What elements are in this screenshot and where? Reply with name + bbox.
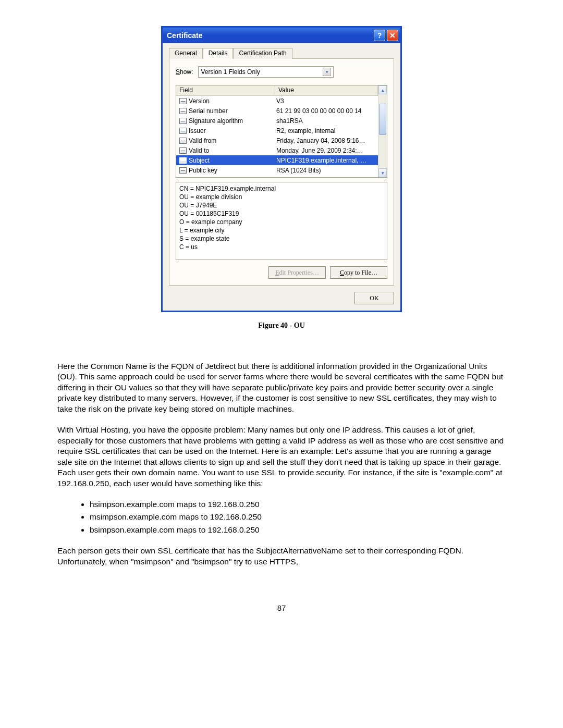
field-icon bbox=[179, 128, 187, 134]
ok-button[interactable]: OK bbox=[354, 292, 394, 304]
field-value: Monday, June 29, 2009 2:34:… bbox=[275, 147, 378, 154]
detail-textarea[interactable]: CN = NPIC1F319.example.internal OU = exa… bbox=[176, 182, 387, 260]
field-name: Serial number bbox=[189, 107, 228, 115]
field-value: NPIC1F319.example.internal, … bbox=[275, 157, 378, 164]
list-row[interactable]: IssuerR2, example, internal bbox=[176, 126, 378, 135]
list-row[interactable]: VersionV3 bbox=[176, 96, 378, 106]
list-row[interactable]: Valid toMonday, June 29, 2009 2:34:… bbox=[176, 145, 378, 155]
column-field[interactable]: Field bbox=[176, 85, 275, 95]
field-name: Valid from bbox=[189, 137, 216, 144]
show-dropdown-value: Version 1 Fields Only bbox=[201, 68, 260, 76]
column-value[interactable]: Value bbox=[275, 85, 378, 95]
field-icon bbox=[179, 157, 187, 164]
list-row[interactable]: SubjectNPIC1F319.example.internal, … bbox=[176, 155, 378, 165]
field-name: Version bbox=[189, 97, 210, 105]
scroll-down-icon[interactable]: ▾ bbox=[378, 168, 387, 177]
listbox-header: Field Value bbox=[176, 85, 378, 96]
titlebar[interactable]: Certificate ? ✕ bbox=[163, 28, 400, 43]
copy-to-file-button[interactable]: Copy to File… bbox=[330, 266, 387, 279]
bullet-list: hsimpson.example.com maps to 192.168.0.2… bbox=[90, 499, 506, 535]
tab-certification-path[interactable]: Certification Path bbox=[233, 48, 292, 59]
list-row[interactable]: Serial number61 21 99 03 00 00 00 00 00 … bbox=[176, 106, 378, 116]
scrollbar[interactable]: ▴ ▾ bbox=[378, 85, 387, 177]
help-button[interactable]: ? bbox=[374, 30, 385, 41]
list-row[interactable]: Public keyRSA (1024 Bits) bbox=[176, 165, 378, 175]
field-value: RSA (1024 Bits) bbox=[275, 167, 378, 174]
field-name: Public key bbox=[189, 167, 217, 174]
field-icon bbox=[179, 147, 187, 154]
field-name: Valid to bbox=[189, 147, 209, 154]
list-row[interactable]: Valid fromFriday, January 04, 2008 5:16… bbox=[176, 135, 378, 145]
page-number: 87 bbox=[57, 603, 506, 612]
field-icon bbox=[179, 118, 187, 124]
edit-properties-button: Edit Properties… bbox=[268, 266, 326, 279]
list-item: msimpson.example.com maps to 192.168.0.2… bbox=[90, 512, 506, 522]
field-value: Friday, January 04, 2008 5:16… bbox=[275, 137, 378, 144]
list-item: bsimpson.example.com maps to 192.168.0.2… bbox=[90, 525, 506, 535]
field-icon bbox=[179, 167, 187, 174]
tab-bar: General Details Certification Path bbox=[169, 47, 394, 59]
field-value: 61 21 99 03 00 00 00 00 00 14 bbox=[275, 107, 378, 115]
fields-listbox[interactable]: Field Value VersionV3Serial number61 21 … bbox=[176, 85, 387, 178]
window-title: Certificate bbox=[167, 31, 372, 40]
list-row[interactable]: Signature algorithmsha1RSA bbox=[176, 116, 378, 126]
show-label: Show: bbox=[176, 68, 193, 76]
show-dropdown[interactable]: Version 1 Fields Only ▾ bbox=[198, 66, 334, 78]
certificate-dialog: Certificate ? ✕ General Details Certific… bbox=[161, 26, 402, 312]
details-panel: Show: Version 1 Fields Only ▾ Field Valu… bbox=[169, 59, 394, 286]
field-icon bbox=[179, 138, 187, 144]
field-icon bbox=[179, 108, 187, 114]
paragraph: With Virtual Hosting, you have the oppos… bbox=[57, 425, 506, 489]
close-button[interactable]: ✕ bbox=[387, 30, 398, 41]
figure-caption: Figure 40 - OU bbox=[57, 322, 506, 330]
field-value: R2, example, internal bbox=[275, 127, 378, 134]
paragraph: Here the Common Name is the FQDN of Jetd… bbox=[57, 361, 506, 414]
list-item: hsimpson.example.com maps to 192.168.0.2… bbox=[90, 499, 506, 510]
field-icon bbox=[179, 98, 187, 104]
tab-general[interactable]: General bbox=[169, 48, 203, 59]
tab-details[interactable]: Details bbox=[203, 48, 234, 59]
chevron-down-icon: ▾ bbox=[323, 68, 331, 76]
document-body: Here the Common Name is the FQDN of Jetd… bbox=[57, 361, 506, 567]
field-name: Subject bbox=[189, 157, 210, 164]
field-name: Issuer bbox=[189, 127, 206, 134]
paragraph: Each person gets their own SSL certifica… bbox=[57, 546, 506, 567]
scroll-track[interactable] bbox=[378, 94, 387, 168]
scroll-up-icon[interactable]: ▴ bbox=[378, 85, 387, 94]
field-value: V3 bbox=[275, 97, 378, 105]
scroll-thumb[interactable] bbox=[379, 104, 386, 135]
field-value: sha1RSA bbox=[275, 117, 378, 125]
field-name: Signature algorithm bbox=[189, 117, 243, 125]
